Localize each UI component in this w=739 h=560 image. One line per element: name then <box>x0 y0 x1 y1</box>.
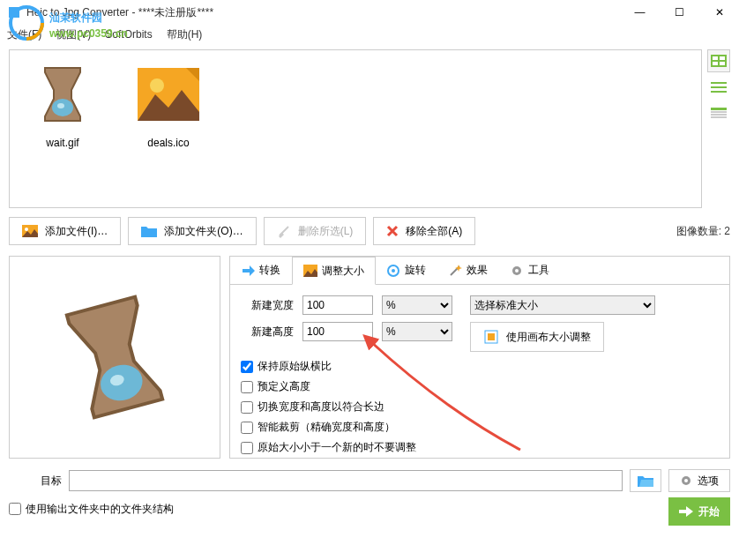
tab-resize[interactable]: 调整大小 <box>292 257 376 285</box>
svg-point-6 <box>57 103 64 108</box>
tab-rotate[interactable]: 旋转 <box>376 257 437 284</box>
tab-tools[interactable]: 工具 <box>499 257 561 284</box>
view-list-icon[interactable] <box>707 76 730 99</box>
svg-rect-11 <box>713 56 718 60</box>
file-thumb-hourglass <box>27 59 98 130</box>
canvas-icon <box>483 329 499 345</box>
image-icon <box>22 225 38 237</box>
close-button[interactable]: ✕ <box>699 0 739 25</box>
svg-rect-19 <box>711 111 727 113</box>
tab-effect[interactable]: 效果 <box>437 257 499 284</box>
view-thumbnails-icon[interactable] <box>707 49 730 72</box>
convert-icon <box>241 264 255 278</box>
predef-height-checkbox[interactable] <box>241 381 253 393</box>
svg-rect-20 <box>711 114 727 116</box>
file-name: wait.gif <box>46 137 78 149</box>
width-label: 新建宽度 <box>241 298 294 313</box>
remove-all-button[interactable]: 移除全部(A) <box>373 217 475 245</box>
smart-crop-checkbox[interactable] <box>241 422 253 434</box>
svg-rect-15 <box>711 82 727 84</box>
menu-help[interactable]: 帮助(H) <box>167 27 203 42</box>
file-gallery[interactable]: wait.gif deals.ico <box>9 49 702 208</box>
preview-pane <box>9 256 220 459</box>
width-input[interactable] <box>302 295 373 315</box>
no-upscale-checkbox[interactable] <box>241 442 253 454</box>
titlebar: Heic to Jpg Converter - ****未注册版**** — ☐… <box>0 0 739 25</box>
svg-point-34 <box>684 479 688 482</box>
svg-point-28 <box>392 269 395 273</box>
folder-icon <box>141 225 157 237</box>
resize-icon <box>303 265 317 277</box>
height-unit-select[interactable]: % <box>382 322 452 341</box>
file-name: deals.ico <box>147 137 189 149</box>
rotate-icon <box>386 264 400 278</box>
view-details-icon[interactable] <box>707 102 730 125</box>
menu-file[interactable]: 文件(F) <box>7 27 41 42</box>
svg-rect-17 <box>711 91 727 93</box>
menu-softorbits[interactable]: SoftOrbits <box>105 28 152 41</box>
gear-icon <box>510 264 524 278</box>
svg-rect-12 <box>720 56 725 60</box>
svg-rect-4 <box>9 7 19 18</box>
width-unit-select[interactable]: % <box>382 295 452 315</box>
file-thumb-image <box>133 59 204 130</box>
gear-icon <box>680 474 692 487</box>
start-button[interactable]: 开始 <box>668 497 730 526</box>
add-folder-button[interactable]: 添加文件夹(O)… <box>128 217 256 245</box>
svg-rect-13 <box>713 62 718 65</box>
x-icon <box>386 225 399 237</box>
window-title: Heic to Jpg Converter - ****未注册版**** <box>26 5 213 20</box>
remove-selected-button[interactable]: 删除所选(L) <box>264 217 367 245</box>
svg-rect-16 <box>711 86 727 88</box>
tab-convert[interactable]: 转换 <box>230 257 292 284</box>
wand-icon <box>448 264 462 278</box>
standard-size-select[interactable]: 选择标准大小 <box>470 295 655 315</box>
svg-rect-18 <box>711 108 727 110</box>
gallery-item[interactable]: deals.ico <box>124 59 213 149</box>
gallery-item[interactable]: wait.gif <box>19 59 107 149</box>
browse-button[interactable] <box>630 469 661 492</box>
svg-point-23 <box>25 228 28 231</box>
svg-rect-32 <box>488 333 495 340</box>
height-label: 新建高度 <box>241 325 294 340</box>
swap-wh-checkbox[interactable] <box>241 401 253 414</box>
minimize-button[interactable]: — <box>620 0 660 25</box>
image-count-label: 图像数量: 2 <box>676 224 730 239</box>
use-folder-struct-checkbox[interactable] <box>9 503 21 515</box>
tab-bar: 转换 调整大小 旋转 效果 工具 <box>229 256 730 284</box>
menu-view[interactable]: 视图(V) <box>56 27 91 42</box>
add-file-button[interactable]: 添加文件(I)… <box>9 217 121 245</box>
menubar: 文件(F) 视图(V) SoftOrbits 帮助(H) <box>0 25 739 44</box>
dest-label: 目标 <box>9 474 62 489</box>
keep-ratio-checkbox[interactable] <box>241 361 253 373</box>
maximize-button[interactable]: ☐ <box>660 0 699 25</box>
dest-input[interactable] <box>69 470 623 491</box>
svg-rect-21 <box>711 116 727 118</box>
arrow-right-icon <box>679 506 693 517</box>
app-icon <box>7 5 21 19</box>
canvas-resize-button[interactable]: 使用画布大小调整 <box>470 322 604 352</box>
svg-rect-14 <box>720 62 725 65</box>
svg-point-30 <box>515 269 519 273</box>
svg-point-9 <box>150 78 164 93</box>
broom-icon <box>277 224 291 238</box>
folder-open-icon <box>638 474 653 487</box>
height-input[interactable] <box>302 322 373 341</box>
options-button[interactable]: 选项 <box>668 469 730 492</box>
